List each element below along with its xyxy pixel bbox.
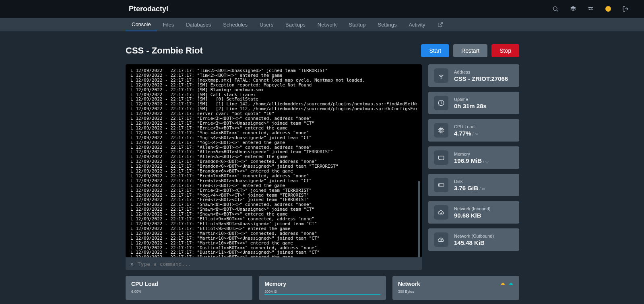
brand[interactable]: Pterodactyl xyxy=(129,5,168,13)
tab-schedules[interactable]: Schedules xyxy=(217,18,254,31)
logout-icon[interactable] xyxy=(622,6,629,12)
stat-label: Network (Inbound) xyxy=(454,206,491,211)
stop-button[interactable]: Stop xyxy=(491,44,519,57)
stat-value: 196.9 MiB / ∞ xyxy=(454,157,489,164)
topbar-actions xyxy=(552,6,629,12)
disk-icon xyxy=(434,178,448,192)
chart-network: Network 300 Bytes xyxy=(392,276,519,300)
tab-settings[interactable]: Settings xyxy=(372,18,402,31)
chart-axis-label: 200MiB xyxy=(264,290,380,294)
tab-databases[interactable]: Databases xyxy=(180,18,217,31)
chart-axis-label: 6.00% xyxy=(131,290,247,294)
svg-rect-12 xyxy=(440,129,442,131)
stat-value: 90.68 KiB xyxy=(454,212,491,219)
stat-value: 3.76 GiB / ∞ xyxy=(454,185,485,191)
stat-address: AddressCSS - ZRIOT:27066 xyxy=(428,64,519,87)
tab-users[interactable]: Users xyxy=(254,18,279,31)
cloud-down-icon xyxy=(501,281,506,286)
chart-line xyxy=(264,294,380,295)
svg-rect-11 xyxy=(440,129,443,132)
clock-icon xyxy=(434,96,448,110)
svg-point-27 xyxy=(440,185,440,185)
stat-network-outbound: Network (Outbound)145.48 KiB xyxy=(428,228,519,251)
header-row: CSS - Zombie Riot Start Restart Stop xyxy=(126,44,519,57)
stat-label: CPU Load xyxy=(454,124,478,129)
svg-rect-21 xyxy=(438,156,444,159)
stat-uptime: Uptime0h 31m 28s xyxy=(428,92,519,114)
cloud-up-icon xyxy=(509,281,514,286)
tab-activity[interactable]: Activity xyxy=(402,18,431,31)
svg-point-4 xyxy=(591,9,592,10)
command-input-row: » xyxy=(126,257,422,270)
restart-button[interactable]: Restart xyxy=(453,44,487,57)
start-button[interactable]: Start xyxy=(421,44,449,57)
stat-label: Uptime xyxy=(454,97,487,102)
svg-point-0 xyxy=(553,7,557,10)
chart-title: Network xyxy=(398,281,420,287)
stat-value: 0h 31m 28s xyxy=(454,103,487,109)
chart-title: CPU Load xyxy=(131,281,158,287)
stat-value: 4.77% / ∞ xyxy=(454,130,478,137)
status-indicator[interactable] xyxy=(605,6,611,12)
chart-memory: Memory 200MiB xyxy=(259,276,386,300)
external-link-icon[interactable] xyxy=(431,18,449,31)
chart-axis-label: 300 Bytes xyxy=(398,290,514,294)
stat-value: 145.48 KiB xyxy=(454,239,494,246)
layers-icon[interactable] xyxy=(570,6,576,12)
memory-icon xyxy=(434,150,448,165)
command-input[interactable] xyxy=(138,261,417,267)
cpu-icon xyxy=(434,123,448,138)
topbar: Pterodactyl xyxy=(0,0,644,18)
tab-console[interactable]: Console xyxy=(126,18,157,31)
stat-label: Network (Outbound) xyxy=(454,234,494,238)
stat-label: Memory xyxy=(454,152,489,156)
settings-icon[interactable] xyxy=(588,6,594,12)
tab-network[interactable]: Network xyxy=(312,18,343,31)
chart-cpu: CPU Load 6.00% xyxy=(126,276,252,300)
svg-line-8 xyxy=(440,23,442,25)
tab-startup[interactable]: Startup xyxy=(343,18,372,31)
command-prompt-icon: » xyxy=(130,261,134,267)
stat-label: Address xyxy=(454,70,508,74)
chart-title: Memory xyxy=(264,281,286,287)
stat-cpu: CPU Load4.77% / ∞ xyxy=(428,119,519,142)
stat-network-inbound: Network (Inbound)90.68 KiB xyxy=(428,201,519,224)
tab-backups[interactable]: Backups xyxy=(279,18,312,31)
tab-files[interactable]: Files xyxy=(157,18,180,31)
svg-point-9 xyxy=(441,78,442,78)
page-title: CSS - Zombie Riot xyxy=(126,45,203,56)
tabbar: Console Files Databases Schedules Users … xyxy=(0,18,644,31)
search-icon[interactable] xyxy=(552,6,559,12)
svg-point-2 xyxy=(588,7,590,8)
console-output[interactable]: L 12/09/2022 - 22:17:17: "Tim<2><BOT><Un… xyxy=(126,64,422,257)
wifi-icon xyxy=(434,68,448,83)
cloud-upload-icon xyxy=(434,232,448,247)
stat-disk: Disk3.76 GiB / ∞ xyxy=(428,174,519,196)
cloud-download-icon xyxy=(434,205,448,220)
console-scrollbar[interactable] xyxy=(418,181,420,257)
stat-value: CSS - ZRIOT:27066 xyxy=(454,75,508,82)
stat-memory: Memory196.9 MiB / ∞ xyxy=(428,146,519,169)
svg-line-1 xyxy=(557,10,558,11)
stat-label: Disk xyxy=(454,179,485,184)
